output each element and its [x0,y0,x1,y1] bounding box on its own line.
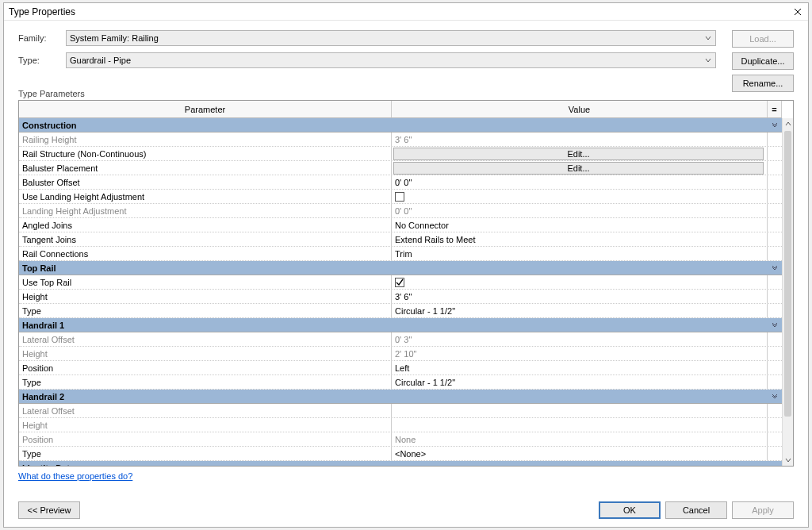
category-row[interactable]: Construction [19,118,782,132]
duplicate-button[interactable]: Duplicate... [732,52,794,70]
column-value[interactable]: Value [392,101,768,117]
parameter-name-cell[interactable]: Height [19,290,392,303]
content-area: Family: System Family: Railing Type: Gua… [4,21,808,487]
equals-cell [768,247,782,260]
category-row[interactable]: Handrail 1 [19,318,782,332]
cancel-button[interactable]: Cancel [665,501,727,519]
load-button[interactable]: Load... [732,30,794,48]
edit-button[interactable]: Edit... [393,162,764,175]
parameter-name-cell[interactable]: Position [19,432,392,446]
category-label: Identity Data [22,463,75,467]
parameter-name-cell[interactable]: Baluster Placement [19,161,392,175]
checkbox[interactable] [395,278,404,287]
parameter-value-cell[interactable]: 0' 3" [392,332,768,346]
parameter-row: Height2' 10" [19,347,782,361]
collapse-icon[interactable] [771,464,779,467]
parameter-value-cell[interactable] [392,404,768,417]
category-label: Handrail 2 [22,392,64,401]
parameter-value-cell[interactable]: 3' 6" [392,132,768,146]
parameter-name-cell[interactable]: Position [19,361,392,374]
parameter-name-cell[interactable]: Use Landing Height Adjustment [19,190,392,203]
parameter-value-cell[interactable]: 2' 10" [392,347,768,360]
ok-button[interactable]: OK [599,501,661,519]
parameter-value-cell[interactable]: 0' 0" [392,204,768,217]
equals-cell [768,404,782,417]
parameter-name-cell[interactable]: Type [19,447,392,460]
parameter-name-cell[interactable]: Railing Height [19,132,392,146]
parameter-row: Use Landing Height Adjustment [19,190,782,204]
category-label: Handrail 1 [22,321,64,330]
edit-button[interactable]: Edit... [393,148,764,160]
parameter-name-cell[interactable]: Lateral Offset [19,332,392,346]
vertical-scrollbar[interactable] [782,118,793,466]
equals-cell [768,218,782,232]
parameter-value-cell[interactable]: Extend Rails to Meet [392,232,768,246]
checkbox[interactable] [395,192,404,202]
parameter-row: Tangent JoinsExtend Rails to Meet [19,232,782,247]
collapse-icon[interactable] [771,264,779,272]
parameter-value-cell[interactable] [392,275,768,289]
close-icon[interactable] [792,6,803,17]
parameter-name-cell[interactable]: Rail Structure (Non-Continuous) [19,147,392,160]
family-select[interactable]: System Family: Railing [66,30,716,46]
parameter-name-cell[interactable]: Angled Joins [19,218,392,232]
parameter-name-cell[interactable]: Tangent Joins [19,232,392,246]
scroll-up-icon[interactable] [783,118,793,129]
parameter-value-cell[interactable]: Edit... [392,147,768,160]
parameter-name-cell[interactable]: Baluster Offset [19,175,392,189]
parameter-value-cell[interactable]: None [392,432,768,446]
equals-cell [768,204,782,217]
parameter-row: Baluster PlacementEdit... [19,161,782,175]
equals-cell [768,447,782,460]
parameter-value-cell[interactable]: Circular - 1 1/2" [392,304,768,317]
scrollbar-thumb[interactable] [784,131,791,417]
parameter-row: PositionLeft [19,361,782,375]
equals-cell [768,161,782,175]
family-select-value: System Family: Railing [70,33,159,43]
parameter-value-cell[interactable]: Trim [392,247,768,260]
parameter-value-cell[interactable]: <None> [392,447,768,460]
help-link[interactable]: What do these properties do? [18,471,132,481]
equals-cell [768,275,782,289]
equals-cell [768,132,782,146]
parameter-value-cell[interactable]: Circular - 1 1/2" [392,375,768,389]
parameter-row: Type<None> [19,447,782,461]
collapse-icon[interactable] [771,121,779,129]
type-properties-dialog: Type Properties Family: System Family: R… [3,2,809,528]
parameter-name-cell[interactable]: Height [19,418,392,432]
parameter-value-cell[interactable]: Left [392,361,768,374]
parameter-name-cell[interactable]: Landing Height Adjustment [19,204,392,217]
parameter-value-cell[interactable]: No Connector [392,218,768,232]
column-equals[interactable]: = [768,101,782,117]
equals-cell [768,432,782,446]
parameter-name-cell[interactable]: Height [19,347,392,360]
category-row[interactable]: Handrail 2 [19,390,782,404]
parameter-row: Landing Height Adjustment0' 0" [19,204,782,218]
parameter-name-cell[interactable]: Lateral Offset [19,404,392,417]
apply-button[interactable]: Apply [732,501,794,519]
parameter-name-cell[interactable]: Use Top Rail [19,275,392,289]
preview-button[interactable]: << Preview [18,501,80,519]
collapse-icon[interactable] [771,393,779,401]
parameter-value-cell[interactable] [392,190,768,203]
parameter-name-cell[interactable]: Type [19,304,392,317]
category-row[interactable]: Top Rail [19,261,782,275]
rename-button[interactable]: Rename... [732,75,794,92]
parameter-value-cell[interactable] [392,418,768,432]
type-select[interactable]: Guardrail - Pipe [66,52,716,68]
parameter-value-cell[interactable]: 3' 6" [392,290,768,303]
grid-header: Parameter Value = [19,101,782,118]
family-label: Family: [18,33,66,43]
parameter-name-cell[interactable]: Type [19,375,392,389]
type-row: Type: Guardrail - Pipe [18,52,794,68]
parameter-value-cell[interactable]: 0' 0" [392,175,768,189]
collapse-icon[interactable] [771,321,779,329]
scroll-down-icon[interactable] [783,455,793,466]
parameter-row: Rail ConnectionsTrim [19,247,782,261]
side-buttons: Load... Duplicate... Rename... [732,30,794,92]
column-parameter[interactable]: Parameter [19,101,392,117]
category-row[interactable]: Identity Data [19,461,782,466]
parameter-name-cell[interactable]: Rail Connections [19,247,392,260]
parameter-row: Railing Height3' 6" [19,132,782,147]
parameter-value-cell[interactable]: Edit... [392,161,768,175]
